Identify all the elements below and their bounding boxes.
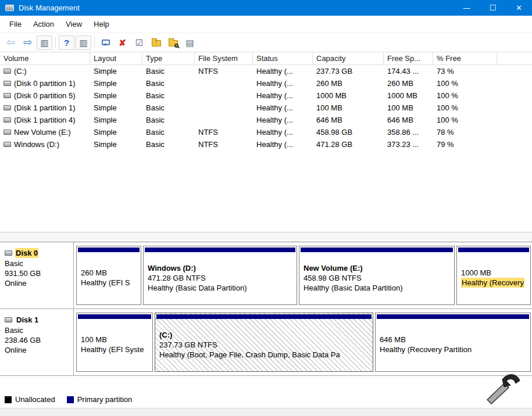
pane-splitter[interactable] <box>0 232 532 242</box>
speech-bubble-icon <box>102 40 110 45</box>
table-row[interactable]: (Disk 1 partition 1) Simple Basic Health… <box>0 102 532 114</box>
properties-check-icon[interactable]: ☑ <box>131 35 147 50</box>
folder-up-icon[interactable]: ↑ <box>148 35 164 50</box>
volume-icon <box>3 69 11 74</box>
column-header-volume[interactable]: Volume <box>0 52 90 64</box>
minimize-button[interactable]: — <box>454 0 480 16</box>
partition-disk0-windows-d[interactable]: Windows (D:) 471.28 GB NTFS Healthy (Bas… <box>143 246 297 305</box>
volume-name: (Disk 1 partition 4) <box>14 116 75 124</box>
partition-disk0-efi[interactable]: 260 MB Healthy (EFI S <box>76 246 141 305</box>
primary-partition-strip <box>377 314 529 319</box>
menu-view[interactable]: View <box>60 17 88 31</box>
action-pane-icon[interactable] <box>98 35 113 50</box>
primary-partition-strip <box>458 248 529 252</box>
disk-0-name: Disk 0 <box>15 248 38 258</box>
disk-management-app-icon <box>5 5 14 11</box>
column-header-type[interactable]: Type <box>142 52 195 64</box>
magnifier-icon <box>174 44 178 48</box>
cell-free-space: 646 MB <box>384 114 433 126</box>
disk-0-info[interactable]: Disk 0 Basic 931.50 GB Online <box>0 242 74 309</box>
column-header-free-space[interactable]: Free Sp... <box>384 52 433 64</box>
cell-status: Healthy (... <box>253 126 313 138</box>
disk-0-type: Basic <box>5 259 71 268</box>
menu-action[interactable]: Action <box>27 17 60 31</box>
disk-0-row: Disk 0 Basic 931.50 GB Online 260 MB Hea… <box>0 242 532 309</box>
volume-icon <box>3 93 11 98</box>
partition-status: Healthy (EFI S <box>81 278 137 288</box>
list-view-icon[interactable]: ▤ <box>182 35 198 50</box>
maximize-button[interactable]: ☐ <box>480 0 506 16</box>
partition-disk1-c[interactable]: (C:) 237.73 GB NTFS Healthy (Boot, Page … <box>155 313 373 372</box>
table-row[interactable]: New Volume (E:) Simple Basic NTFS Health… <box>0 126 532 138</box>
column-header-status[interactable]: Status <box>253 52 313 64</box>
cell-free-space: 1000 MB <box>384 89 433 102</box>
cell-layout: Simple <box>90 89 142 102</box>
disk-1-row: Disk 1 Basic 238.46 GB Online 100 MB Hea… <box>0 309 532 376</box>
table-row[interactable]: (Disk 1 partition 4) Simple Basic Health… <box>0 114 532 126</box>
cell-status: Healthy (... <box>253 89 313 102</box>
cell-capacity: 471.28 GB <box>313 138 384 150</box>
table-row[interactable]: (C:) Simple Basic NTFS Healthy (... 237.… <box>0 65 532 77</box>
partition-size: 260 MB <box>81 268 137 278</box>
status-bar <box>0 408 532 416</box>
cell-capacity: 1000 MB <box>313 89 384 102</box>
partition-disk0-new-volume-e[interactable]: New Volume (E:) 458.98 GB NTFS Healthy (… <box>299 246 455 305</box>
delete-volume-icon[interactable]: ✘ <box>115 35 130 50</box>
column-header-capacity[interactable]: Capacity <box>313 52 384 64</box>
disk-1-info[interactable]: Disk 1 Basic 238.46 GB Online <box>0 309 74 375</box>
cell-status: Healthy (... <box>253 65 313 77</box>
back-icon[interactable]: ⇦ <box>3 35 19 50</box>
partition-size: 237.73 GB NTFS <box>159 340 369 350</box>
cell-filesystem: NTFS <box>195 126 253 138</box>
partition-status: Healthy (Recovery Partition <box>380 345 526 354</box>
cell-filesystem <box>195 102 253 114</box>
primary-partition-strip <box>78 248 140 252</box>
legend-primary-partition: Primary partition <box>67 395 133 404</box>
cell-layout: Simple <box>90 77 142 89</box>
legend-unallocated: Unallocated <box>5 395 55 404</box>
cell-layout: Simple <box>90 65 142 77</box>
cell-pct-free: 100 % <box>433 89 497 102</box>
table-row[interactable]: Windows (D:) Simple Basic NTFS Healthy (… <box>0 138 532 150</box>
toolbar-separator <box>94 37 95 48</box>
legend-label: Primary partition <box>77 395 133 404</box>
cell-free-space: 373.23 ... <box>384 138 433 150</box>
cell-capacity: 646 MB <box>313 114 384 126</box>
table-row[interactable]: (Disk 0 partition 5) Simple Basic Health… <box>0 89 532 102</box>
window-title: Disk Management <box>19 3 80 12</box>
partition-status: Healthy (EFI Syste <box>81 345 148 354</box>
cell-pct-free: 73 % <box>433 65 497 77</box>
disk-management-window: Disk Management — ☐ ✕ File Action View H… <box>0 0 532 376</box>
table-row[interactable]: (Disk 0 partition 1) Simple Basic Health… <box>0 77 532 89</box>
partition-status-highlighted: Healthy (Recovery <box>461 278 524 288</box>
menu-help[interactable]: Help <box>88 17 115 31</box>
column-header-layout[interactable]: Layout <box>90 52 142 64</box>
partition-status: Healthy (Basic Data Partition) <box>148 283 292 293</box>
titlebar: Disk Management — ☐ ✕ <box>0 0 532 16</box>
volume-icon <box>3 130 11 135</box>
volume-icon <box>3 117 11 123</box>
cell-capacity: 100 MB <box>313 102 384 114</box>
partition-title: New Volume (E:) <box>304 263 450 273</box>
partition-disk1-recovery[interactable]: 646 MB Healthy (Recovery Partition <box>375 313 531 372</box>
forward-icon[interactable]: ⇨ <box>20 35 35 50</box>
cell-capacity: 237.73 GB <box>313 65 384 77</box>
cell-volume: (C:) <box>0 65 90 77</box>
close-button[interactable]: ✕ <box>506 0 532 16</box>
volume-icon <box>3 142 11 147</box>
column-header-pct-free[interactable]: % Free <box>433 52 497 64</box>
partition-disk1-efi[interactable]: 100 MB Healthy (EFI Syste <box>76 313 153 372</box>
folder-search-icon[interactable] <box>165 35 181 50</box>
primary-partition-strip <box>145 248 295 252</box>
help-icon[interactable]: ? <box>59 35 74 50</box>
partition-disk0-recovery[interactable]: 1000 MB Healthy (Recovery <box>456 246 531 305</box>
menu-file[interactable]: File <box>3 17 27 31</box>
cell-type: Basic <box>142 114 195 126</box>
console-tree-icon[interactable]: ▥ <box>37 35 52 50</box>
cell-type: Basic <box>142 89 195 102</box>
details-pane-icon[interactable]: ▥ <box>76 35 91 50</box>
volume-name: (Disk 0 partition 1) <box>14 79 75 88</box>
cell-status: Healthy (... <box>253 138 313 150</box>
volume-icon <box>3 81 11 86</box>
column-header-filesystem[interactable]: File System <box>195 52 253 64</box>
